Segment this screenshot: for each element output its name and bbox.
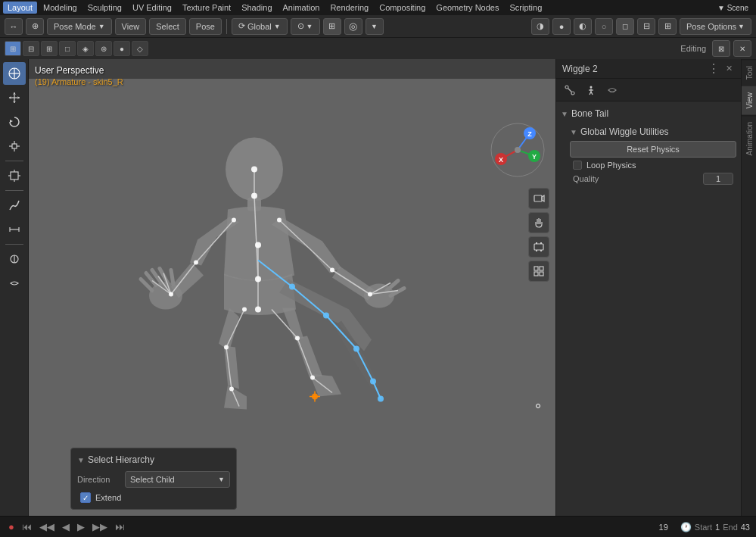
cursor-tool-btn[interactable] xyxy=(3,62,26,85)
move-tool-btn[interactable] xyxy=(3,86,26,109)
menu-item-texturepaint[interactable]: Texture Paint xyxy=(178,2,235,14)
prop-edit-falloff[interactable]: ▼ xyxy=(366,18,384,35)
menu-item-modeling[interactable]: Modeling xyxy=(39,2,82,14)
menu-item-layout[interactable]: Layout xyxy=(3,2,37,14)
measure-icon xyxy=(8,223,21,236)
menu-item-scripting[interactable]: Scripting xyxy=(505,2,546,14)
transform-tool-btn[interactable] xyxy=(3,164,26,187)
bone-tail-header[interactable]: ▼ Bone Tail xyxy=(561,106,736,121)
viewport-shading-icon-1[interactable]: ◑ xyxy=(531,18,549,35)
panel-menu-icon[interactable]: ⋮ xyxy=(708,61,720,76)
menu-item-compositing[interactable]: Compositing xyxy=(375,2,430,14)
cursor-icon[interactable]: ⊕ xyxy=(26,18,44,35)
select-menu[interactable]: Select xyxy=(149,18,186,35)
scale-tool-btn[interactable] xyxy=(3,135,26,158)
svg-point-78 xyxy=(251,192,257,198)
view-btn-6[interactable]: ⊛ xyxy=(95,41,112,56)
xray-toggle[interactable]: ⊟ xyxy=(637,18,655,35)
view-btn-8[interactable]: ◇ xyxy=(132,41,148,56)
play-button[interactable]: ▶ xyxy=(75,520,87,534)
relax-tool-btn[interactable] xyxy=(3,272,26,295)
tool-separator-1 xyxy=(5,161,23,161)
svg-rect-42 xyxy=(540,272,543,276)
side-tab-tool[interactable]: Tool xyxy=(742,59,756,86)
tool-separator-3 xyxy=(5,244,23,245)
svg-rect-32 xyxy=(534,195,542,201)
view-btn-7[interactable]: ● xyxy=(114,41,130,56)
viewport-grid-btn[interactable] xyxy=(528,261,549,282)
object-label: (19) Armature - skin5_R xyxy=(35,77,123,86)
quality-value[interactable]: 1 xyxy=(703,173,733,185)
3d-viewport[interactable]: User Perspective (19) Armature - skin5_R… xyxy=(29,59,555,516)
step-back-button[interactable]: ◀◀ xyxy=(37,520,57,534)
pose-mode-dropdown[interactable]: Pose Mode ▼ xyxy=(47,18,112,35)
start-value[interactable]: 1 xyxy=(715,523,720,532)
direction-dropdown[interactable]: Select Child ▼ xyxy=(125,471,230,488)
step-forward-button[interactable]: ▶▶ xyxy=(90,520,110,534)
svg-rect-38 xyxy=(540,250,542,251)
select-hierarchy-popup: ▼ Select Hierarchy Direction Select Chil… xyxy=(70,448,237,510)
proportional-edit-toggle[interactable]: ◎ xyxy=(344,18,362,35)
loop-physics-checkbox[interactable] xyxy=(573,161,582,170)
pivot-icon: ⊙ xyxy=(297,21,304,31)
pose-options-button[interactable]: Pose Options ▼ xyxy=(680,18,751,35)
side-tab-view[interactable]: View xyxy=(742,86,756,115)
collapse-arrow-icon[interactable]: ▼ xyxy=(77,456,85,464)
pose-menu[interactable]: Pose xyxy=(189,18,222,35)
jump-start-button[interactable]: ⏮ xyxy=(20,520,34,534)
view-btn-1[interactable]: ⊞ xyxy=(5,41,21,56)
viewport-shading-icon-4[interactable]: ○ xyxy=(595,18,613,35)
panel-tab-modifier[interactable] xyxy=(603,81,621,99)
svg-text:X: X xyxy=(499,156,503,164)
gizmo-toggle[interactable]: ⊞ xyxy=(658,18,677,35)
menu-item-rendering[interactable]: Rendering xyxy=(325,2,373,14)
bone-roll-tool-btn[interactable] xyxy=(3,248,26,270)
viewport-camera-btn[interactable] xyxy=(528,188,549,209)
menu-item-scene[interactable]: ▼ Scene xyxy=(713,2,753,14)
menu-item-shading[interactable]: Shading xyxy=(237,2,276,14)
extend-checkbox[interactable]: ✓ xyxy=(80,492,91,503)
view-btn-2[interactable]: ⊟ xyxy=(23,41,39,56)
popup-title: Select Hierarchy xyxy=(88,454,154,465)
menu-item-uvediting[interactable]: UV Editing xyxy=(128,2,176,14)
menu-item-sculpting[interactable]: Sculpting xyxy=(83,2,126,14)
mouse-cursor xyxy=(536,404,540,408)
panel-tab-pose[interactable] xyxy=(582,81,600,99)
view-btn-5[interactable]: ◈ xyxy=(77,41,94,56)
viewport-filmstrip-btn[interactable] xyxy=(528,236,549,258)
measure-tool-btn[interactable] xyxy=(3,218,26,241)
end-value[interactable]: 43 xyxy=(741,523,750,532)
extend-row: ✓ Extend xyxy=(77,492,230,503)
viewport-shading-icon-2[interactable]: ● xyxy=(552,18,571,35)
current-frame-value[interactable]: 19 xyxy=(659,523,668,532)
viewport-shading-icon-3[interactable]: ◐ xyxy=(574,18,592,35)
jump-end-button[interactable]: ⏭ xyxy=(113,520,127,534)
panel-close-button[interactable]: ✕ xyxy=(723,63,735,75)
toggle-header-btn[interactable]: ✕ xyxy=(733,40,751,57)
snap-toggle[interactable]: ⊞ xyxy=(323,18,341,35)
record-button[interactable]: ● xyxy=(6,520,17,534)
clock-icon: 🕐 xyxy=(680,522,692,532)
viewport-hand-btn[interactable] xyxy=(528,212,549,233)
view-menu[interactable]: View xyxy=(115,18,147,35)
orientation-gizmo[interactable]: Z Y X xyxy=(487,120,548,180)
overlay-btn[interactable]: ◻ xyxy=(616,18,634,35)
grab-move-icon[interactable]: ↔ xyxy=(5,18,23,35)
view-btn-4[interactable]: □ xyxy=(59,41,76,56)
view-btn-3[interactable]: ⊞ xyxy=(41,41,58,56)
reset-physics-button[interactable]: Reset Physics xyxy=(570,141,736,158)
menu-item-animation[interactable]: Animation xyxy=(278,2,325,14)
svg-rect-40 xyxy=(540,267,543,270)
play-reverse-button[interactable]: ◀ xyxy=(60,520,72,534)
rotate-tool-btn[interactable] xyxy=(3,111,26,133)
annotate-tool-btn[interactable] xyxy=(3,194,26,217)
global-dropdown[interactable]: ⟳ Global ▼ xyxy=(232,18,288,35)
zoom-extents-btn[interactable]: ⊠ xyxy=(712,40,730,57)
svg-point-81 xyxy=(255,306,261,312)
side-tab-animation[interactable]: Animation xyxy=(742,115,756,161)
pivot-dropdown[interactable]: ⊙ ▼ xyxy=(291,18,320,35)
menu-item-geonodes[interactable]: Geometry Nodes xyxy=(431,2,503,14)
panel-tab-bone[interactable] xyxy=(561,81,579,99)
modifier-icon xyxy=(607,85,618,95)
global-wiggle-header[interactable]: ▼ Global Wiggle Utilities xyxy=(570,124,736,139)
